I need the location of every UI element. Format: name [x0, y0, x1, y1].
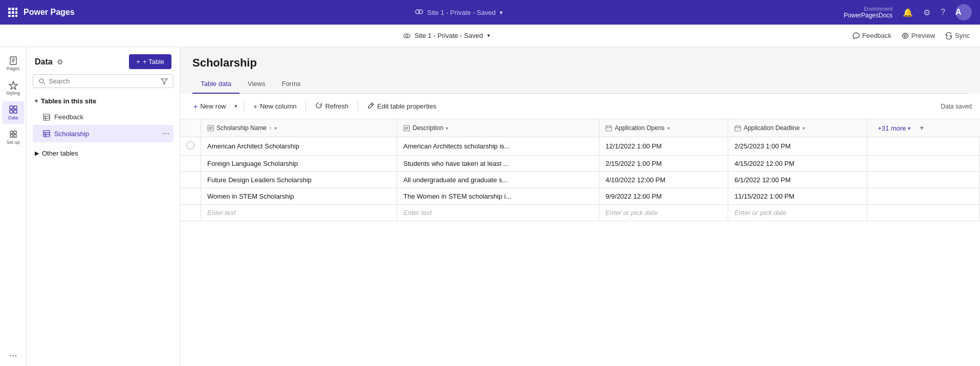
more-columns-button[interactable]: +31 more ▾ [874, 124, 914, 132]
search-bar [33, 74, 173, 88]
add-column-button[interactable]: + [916, 123, 928, 133]
cell-scholarship-name-3[interactable]: Women in STEM Scholarship [201, 188, 397, 205]
tables-section: ▾ Tables in this site Feedback Scholarsh… [27, 93, 180, 142]
help-button[interactable]: ? [941, 8, 945, 17]
cell-description-2[interactable]: All undergraduate and graduate s... [397, 172, 599, 188]
cell-app-deadline-0[interactable]: 2/25/2023 1:00 PM [728, 137, 867, 156]
tab-table-data[interactable]: Table data [192, 76, 239, 94]
waffle-menu-button[interactable] [8, 8, 17, 17]
preview-button[interactable]: Preview [902, 32, 935, 39]
svg-rect-18 [10, 106, 13, 109]
sidebar-item-setup[interactable]: Set up [2, 126, 25, 148]
empty-row-select[interactable] [180, 205, 201, 221]
sidebar-item-pages[interactable]: Pages [2, 52, 25, 75]
svg-rect-21 [14, 110, 17, 113]
row-select-0[interactable] [180, 137, 201, 156]
cell-app-opens-1[interactable]: 2/15/2022 1:00 PM [599, 156, 728, 172]
table-item-feedback[interactable]: Feedback [33, 109, 173, 125]
table-row: American Architect Scholarship American … [180, 137, 980, 156]
description-header[interactable]: Description ▾ [397, 119, 599, 137]
sync-button[interactable]: Sync [945, 32, 970, 39]
empty-cell-name[interactable]: Enter text [201, 205, 397, 221]
new-column-button[interactable]: + New column [248, 99, 302, 114]
table-item-more-button[interactable]: ··· [163, 129, 169, 138]
svg-rect-33 [43, 131, 50, 137]
tab-forms[interactable]: Forms [273, 76, 309, 94]
empty-cell-app-deadline[interactable]: Enter or pick date [728, 205, 867, 221]
svg-rect-25 [14, 135, 16, 137]
site-info: Site 1 - Private - Saved [415, 32, 483, 39]
site-dropdown-icon[interactable]: ▾ [499, 9, 503, 16]
cell-description-0[interactable]: American Architects scholarship is... [397, 137, 599, 156]
scholarship-name-header[interactable]: Scholarship Name ↑ ▾ [201, 119, 397, 137]
col-dropdown-icon-2[interactable]: ▾ [667, 125, 670, 131]
cell-app-opens-0[interactable]: 12/1/2022 1:00 PM [599, 137, 728, 156]
col-dropdown-icon-3[interactable]: ▾ [802, 125, 805, 131]
more-columns-header[interactable]: +31 more ▾ + [867, 119, 980, 137]
svg-rect-29 [43, 114, 50, 120]
sidebar-item-data[interactable]: Data [2, 101, 25, 124]
sidebar-more-button[interactable]: ··· [9, 349, 17, 361]
tab-views[interactable]: Views [239, 76, 273, 94]
table-row: Foreign Language Scholarship Students wh… [180, 156, 980, 172]
cell-app-opens-2[interactable]: 4/10/2022 12:00 PM [599, 172, 728, 188]
col-dropdown-icon-1[interactable]: ▾ [446, 125, 448, 131]
empty-cell-app-opens[interactable]: Enter or pick date [599, 205, 728, 221]
application-deadline-header[interactable]: Application Deadline ▾ [728, 119, 867, 137]
refresh-icon [315, 102, 322, 111]
notifications-button[interactable]: 🔔 [903, 8, 913, 17]
left-panel-header: Data ⚙ + + Table [27, 47, 180, 74]
svg-line-37 [371, 104, 373, 105]
cell-scholarship-name-1[interactable]: Foreign Language Scholarship [201, 156, 397, 172]
edit-table-button[interactable]: Edit table properties [362, 99, 442, 114]
cell-app-deadline-3[interactable]: 11/15/2022 1:00 PM [728, 188, 867, 205]
new-row-button[interactable]: + New row [188, 99, 231, 114]
refresh-button[interactable]: Refresh [310, 99, 354, 114]
cell-app-deadline-2[interactable]: 6/1/2022 12:00 PM [728, 172, 867, 188]
col-dropdown-icon-0[interactable]: ▾ [274, 125, 277, 131]
svg-rect-7 [12, 15, 14, 17]
icon-sidebar: Pages Styling Data Set up ··· [0, 47, 27, 366]
cell-description-1[interactable]: Students who have taken at least ... [397, 156, 599, 172]
svg-rect-6 [8, 15, 11, 17]
svg-point-26 [39, 79, 43, 83]
cell-description-3[interactable]: The Women in STEM scholarship i... [397, 188, 599, 205]
svg-point-10 [419, 10, 423, 14]
feedback-button[interactable]: Feedback [853, 32, 891, 39]
sidebar-item-styling[interactable]: Styling [2, 77, 25, 99]
cell-scholarship-name-0[interactable]: American Architect Scholarship [201, 137, 397, 156]
site-info-dropdown[interactable]: ▾ [487, 32, 490, 39]
toolbar-divider-1 [244, 101, 244, 112]
filter-icon[interactable] [161, 78, 168, 85]
row-select-3[interactable] [180, 188, 201, 205]
second-bar: Site 1 - Private - Saved ▾ Feedback Prev… [0, 25, 980, 47]
cell-app-opens-3[interactable]: 9/9/2022 12:00 PM [599, 188, 728, 205]
row-select-2[interactable] [180, 172, 201, 188]
settings-button[interactable]: ⚙ [923, 8, 930, 17]
left-panel: Data ⚙ + + Table ▾ Tables in this site F… [27, 47, 180, 366]
row-radio-0[interactable] [186, 141, 194, 149]
other-tables-header[interactable]: ▶ Other tables [27, 145, 180, 161]
cell-app-deadline-1[interactable]: 4/15/2022 12:00 PM [728, 156, 867, 172]
row-select-1[interactable] [180, 156, 201, 172]
environment-name: PowerPagesDocs [844, 12, 892, 19]
table-item-scholarship[interactable]: Scholarship ··· [33, 125, 173, 142]
text-col-icon-2 [403, 125, 410, 132]
empty-cell-description[interactable]: Enter text [397, 205, 599, 221]
page-title: Scholarship [192, 56, 968, 70]
svg-point-13 [904, 35, 906, 37]
svg-rect-50 [735, 126, 741, 131]
left-panel-header-left: Data ⚙ [35, 57, 63, 67]
tables-in-site-header[interactable]: ▾ Tables in this site [33, 93, 173, 109]
table-toolbar: + New row ▾ + New column [180, 94, 980, 119]
table-icon-feedback [43, 114, 50, 121]
data-settings-button[interactable]: ⚙ [57, 58, 63, 66]
top-nav-left: Power Pages [8, 8, 75, 17]
new-row-dropdown-button[interactable]: ▾ [232, 100, 239, 113]
cell-scholarship-name-2[interactable]: Future Design Leaders Scholarship [201, 172, 397, 188]
add-table-button[interactable]: + + Table [129, 54, 171, 69]
application-opens-header[interactable]: Application Opens ▾ [599, 119, 728, 137]
user-avatar[interactable]: A [955, 4, 972, 20]
sort-asc-icon: ↑ [269, 125, 272, 131]
search-input[interactable] [49, 77, 158, 85]
